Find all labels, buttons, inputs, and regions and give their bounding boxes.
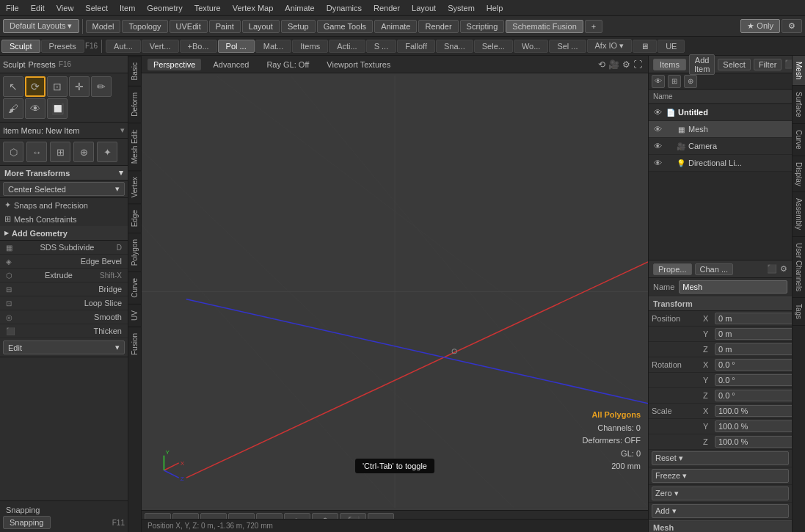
menu-file[interactable]: File xyxy=(0,2,25,14)
tab-uvedit[interactable]: UVEdit xyxy=(170,20,208,33)
vp-tab-advanced[interactable]: Advanced xyxy=(207,59,255,70)
brush-auto[interactable]: Aut... xyxy=(106,40,141,53)
brush-sna[interactable]: Sna... xyxy=(436,40,473,53)
pos-y-input[interactable] xyxy=(715,328,792,340)
edit-btn[interactable]: Edit ▾ xyxy=(3,340,125,354)
tool-bridge[interactable]: ⊟ Bridge xyxy=(0,283,128,296)
right-vert-tab-curve[interactable]: Curve xyxy=(793,124,805,156)
add-btn[interactable]: Add ▾ xyxy=(652,504,789,518)
mesh-constraints-item[interactable]: ⊞ Mesh Constraints xyxy=(0,212,128,226)
props-tab-channels[interactable]: Chan ... xyxy=(695,263,734,275)
name-input[interactable] xyxy=(679,280,787,294)
tab-setup[interactable]: Setup xyxy=(281,20,316,33)
tab-paint[interactable]: Paint xyxy=(209,20,241,33)
pos-z-input[interactable] xyxy=(715,343,792,355)
right-vert-tab-surface[interactable]: Surface xyxy=(793,86,805,123)
tool-move[interactable]: ✛ xyxy=(69,76,90,97)
vp-icon-reset[interactable]: ⟲ xyxy=(598,59,605,70)
add-geometry-header[interactable]: ▸ Add Geometry xyxy=(0,226,128,241)
tx-icon2[interactable]: ↔ xyxy=(26,142,47,162)
tab-animate[interactable]: Animate xyxy=(374,20,417,33)
brush-ue[interactable]: UE xyxy=(658,40,685,53)
tree-item-camera[interactable]: 👁 🎥 Camera xyxy=(649,138,792,155)
eye-mesh[interactable]: 👁 xyxy=(652,123,663,135)
vp-tab-raygl[interactable]: Ray GL: Off xyxy=(261,59,315,70)
more-transforms-header[interactable]: More Transforms ▾ xyxy=(0,166,128,181)
vp-icon-camera[interactable]: 🎥 xyxy=(608,59,619,70)
tab-gametools[interactable]: Game Tools xyxy=(317,20,374,33)
add-item-btn[interactable]: Add Item xyxy=(689,54,715,75)
tool-extrude[interactable]: ⬡ Extrude Shift-X xyxy=(0,269,128,283)
tool-sds-subdivide[interactable]: ▦ SDS Subdivide D xyxy=(0,241,128,255)
brush-afxio[interactable]: Afx IO ▾ xyxy=(587,39,633,53)
menu-item[interactable]: Item xyxy=(114,2,141,14)
items-tab[interactable]: Items xyxy=(653,59,686,70)
freeze-btn[interactable]: Freeze ▾ xyxy=(652,469,789,483)
tx-icon1[interactable]: ⬡ xyxy=(3,142,23,162)
tool-eye[interactable]: 👁 xyxy=(25,98,45,119)
menu-layout[interactable]: Layout xyxy=(406,2,442,14)
brush-monitor[interactable]: 🖥 xyxy=(633,40,657,53)
tree-item-untitled[interactable]: 👁 📄 Untitled xyxy=(649,104,792,121)
vert-tab-edge[interactable]: Edge xyxy=(128,203,141,233)
zero-btn[interactable]: Zero ▾ xyxy=(652,487,789,500)
star-only-btn[interactable]: ★ Only xyxy=(740,19,780,33)
vp-icon-expand[interactable]: ⛶ xyxy=(633,59,642,70)
rot-x-input[interactable] xyxy=(715,359,792,371)
tx-icon3[interactable]: ⊞ xyxy=(50,142,70,162)
menu-system[interactable]: System xyxy=(442,2,481,14)
tool-scale[interactable]: ⊡ xyxy=(47,76,68,97)
tab-schematicfusion[interactable]: Schematic Fusion xyxy=(506,20,583,33)
right-vert-tab-display[interactable]: Display xyxy=(793,156,805,193)
add-tab-button[interactable]: + xyxy=(585,20,602,33)
brush-wo[interactable]: Wo... xyxy=(514,40,548,53)
props-tab-properties[interactable]: Prope... xyxy=(653,263,692,275)
settings-btn[interactable]: ⚙ xyxy=(782,19,802,33)
presets-btn[interactable]: Presets xyxy=(41,40,84,53)
menu-animate[interactable]: Animate xyxy=(279,2,320,14)
items-tb-icon3[interactable]: ⊕ xyxy=(684,75,697,88)
tree-item-directional-light[interactable]: 👁 💡 Directional Li... xyxy=(649,155,792,172)
tool-pen[interactable]: ✏ xyxy=(91,76,112,97)
tool-smooth[interactable]: ◎ Smooth xyxy=(0,310,128,324)
props-settings-icon[interactable]: ⚙ xyxy=(780,264,787,274)
vp-tab-textures[interactable]: Viewport Textures xyxy=(321,59,396,70)
brush-pol[interactable]: Pol ... xyxy=(218,40,255,53)
right-vert-tab-assembly[interactable]: Assembly xyxy=(793,192,805,236)
tool-loop-slice[interactable]: ⊡ Loop Slice xyxy=(0,296,128,310)
props-expand-icon[interactable]: ⬛ xyxy=(767,264,777,274)
layout-dropdown[interactable]: Default Layouts ▾ xyxy=(3,19,79,33)
menu-render[interactable]: Render xyxy=(368,2,406,14)
rot-z-input[interactable] xyxy=(715,390,792,401)
menu-help[interactable]: Help xyxy=(481,2,509,14)
menu-view[interactable]: View xyxy=(51,2,80,14)
vert-tab-uv[interactable]: UV xyxy=(128,304,141,327)
tree-item-mesh[interactable]: 👁 ▦ Mesh xyxy=(649,121,792,138)
reset-btn[interactable]: Reset ▾ xyxy=(652,451,789,465)
sculpt-mode-btn[interactable]: Sculpt xyxy=(1,40,40,53)
brush-s[interactable]: S ... xyxy=(366,40,397,53)
vp-icon-settings[interactable]: ⚙ xyxy=(622,59,630,70)
tab-model[interactable]: Model xyxy=(86,20,121,33)
scale-x-input[interactable] xyxy=(715,405,792,417)
tx-icon4[interactable]: ⊕ xyxy=(73,142,94,162)
brush-mat[interactable]: Mat... xyxy=(255,40,292,53)
vp-canvas[interactable]: X Z Y 'Ctrl-Tab' to toggle All Polygons … xyxy=(142,73,648,510)
vert-tab-fusion[interactable]: Fusion xyxy=(128,327,141,361)
vp-tab-perspective[interactable]: Perspective xyxy=(147,59,201,70)
tool-arrow[interactable]: ↖ xyxy=(3,76,23,97)
tx-icon5[interactable]: ✦ xyxy=(97,142,117,162)
center-selected-row[interactable]: Center Selected ▾ xyxy=(0,181,128,198)
brush-vert[interactable]: Vert... xyxy=(142,40,179,53)
vert-tab-curve[interactable]: Curve xyxy=(128,272,141,304)
right-vert-tab-mesh[interactable]: Mesh xyxy=(793,56,805,86)
vert-tab-deform[interactable]: Deform xyxy=(128,86,141,123)
vert-tab-basic[interactable]: Basic xyxy=(128,56,141,86)
tool-brush[interactable]: 🖌 xyxy=(3,98,23,119)
menu-dynamics[interactable]: Dynamics xyxy=(321,2,368,14)
menu-select[interactable]: Select xyxy=(79,2,114,14)
tab-scripting[interactable]: Scripting xyxy=(460,20,505,33)
tab-layout[interactable]: Layout xyxy=(242,20,280,33)
tool-thicken[interactable]: ⬛ Thicken xyxy=(0,324,128,338)
tool-edge-bevel[interactable]: ◈ Edge Bevel xyxy=(0,255,128,269)
